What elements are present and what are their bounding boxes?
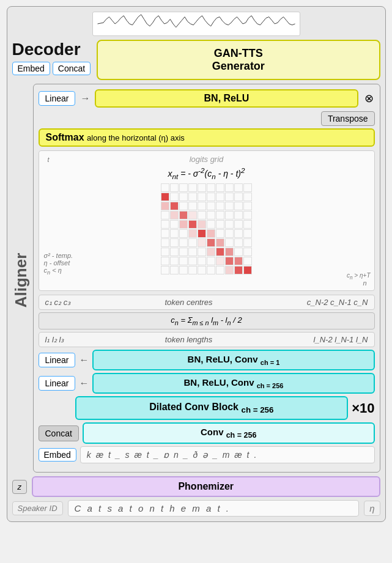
heatmap-cell [198,248,206,256]
heatmap-cell [188,220,197,229]
heatmap-cell [161,238,169,247]
concat-box-header: Concat [53,62,91,75]
bottom-section: z Phonemizer Speaker ID C a t s a t o n … [12,476,380,517]
z-phonemizer-row: z Phonemizer [12,476,380,497]
heatmap-cell [234,238,243,247]
heatmap-cell [216,211,224,219]
heatmap-cell [170,220,179,229]
heatmap-cell [207,257,215,265]
heatmap-cell [161,257,169,265]
heatmap-cell [243,202,252,210]
softmax-row: Softmax along the horizontal (η) axis [39,128,375,147]
heatmap-cell [188,202,197,210]
heatmap-cell [225,193,234,201]
waveform-container [12,12,380,36]
heatmap-cell [170,193,179,201]
heatmap-cell [216,193,224,201]
heatmap-cell [207,266,215,274]
arrow-right-top: → [80,93,90,104]
heatmap-cell [243,248,252,256]
heatmap-cell [179,193,188,201]
heatmap-cell [198,193,206,201]
heatmap-cell [234,211,243,219]
decoder-section: Decoder Embed Concat [12,40,91,75]
heatmap-cell [179,211,188,219]
heatmap-cell [170,211,179,219]
logits-formula: xnt = - σ-2(cn - η - t)2 [43,166,371,180]
heatmap-cell [216,229,224,238]
heatmap-cell [170,183,179,192]
softmax-label: Softmax [46,132,84,142]
heatmap-cell [225,183,234,192]
heatmap-cell [207,202,215,210]
heatmap-cell [161,266,169,274]
token-centres-right: c_N-2 c_N-1 c_N [307,298,368,307]
heatmap-cell [234,202,243,210]
heatmap-cell [161,211,169,219]
concat-conv-row: Concat Conv ch = 256 [39,422,375,444]
heatmap-cell [179,202,188,210]
token-centres-row: c₁ c₂ c₃ token centres c_N-2 c_N-1 c_N [39,295,375,310]
heatmap-cell [234,257,243,265]
heatmap-cell [216,183,224,192]
decoder-title: Decoder [12,40,91,59]
heatmap-cell [234,266,243,274]
bn-relu-conv-2: BN, ReLU, Conv ch = 256 [92,373,374,394]
heatmap-cell [225,266,234,274]
linear-bn-row-top: Linear → BN, ReLU ⊗ [39,89,375,108]
heatmap-cell [179,229,188,238]
heatmap-cell [207,248,215,256]
heatmap-cell [170,248,179,256]
token-lengths-row: l₁ l₂ l₃ token lengths l_N-2 l_N-1 l_N [39,332,375,347]
embed-concat-row: Embed Concat [12,62,91,75]
logits-grid-box: logits grid xnt = - σ-2(cn - η - t)2 t σ… [39,150,375,291]
axis-t-label: t [48,156,50,163]
waveform [92,12,300,36]
linear-conv-row-2: Linear ← BN, ReLU, Conv ch = 256 [39,373,375,394]
token-lengths-left: l₁ l₂ l₃ [45,335,64,344]
embed-box-bottom: Embed [39,448,76,462]
heatmap-cell [225,220,234,229]
heatmap-cell [170,202,179,210]
heatmap-cell [234,193,243,201]
heatmap-cell [198,238,206,247]
linear-conv-row-1: Linear ← BN, ReLU, Conv ch = 1 [39,350,375,370]
heatmap-cell [234,248,243,256]
token-centres-left: c₁ c₂ c₃ [45,298,71,307]
heatmap-cell [216,238,224,247]
heatmap-cell [234,183,243,192]
heatmap-cell [207,220,215,229]
aligner-label-container: Aligner [12,84,31,476]
heatmap-cell [243,229,252,238]
heatmap-cell [216,248,224,256]
aligner-label: Aligner [12,252,31,307]
token-lengths-label: token lengths [165,335,212,344]
phonemizer-box: Phonemizer [32,476,380,497]
speaker-text-row: Speaker ID C a t s a t o n t h e m a t .… [12,500,380,517]
heatmap-cell [243,257,252,265]
heatmap-cell [243,193,252,201]
heatmap-cell [179,248,188,256]
heatmap-cell [243,211,252,219]
heatmap-cell [161,202,169,210]
heatmap-cell [161,229,169,238]
concat-box-gray: Concat [39,425,79,441]
eta-box: η [364,501,380,516]
linear-box-1: Linear [39,353,76,367]
heatmap-cell [207,211,215,219]
logits-notes: σ² - temp. η - offset cn < η [44,252,73,276]
heatmap-cell [234,220,243,229]
heatmap-cell [188,266,197,274]
heatmap-cell [161,193,169,201]
heatmap-cell [225,248,234,256]
heatmap-cell [207,229,215,238]
heatmap-cell [161,248,169,256]
aligner-outer: Linear → BN, ReLU ⊗ Transpose Softmax al… [33,84,380,473]
logits-title: logits grid [43,155,371,164]
heatmap-cell [198,211,206,219]
dilated-row: Dilated Conv Block ch = 256 ×10 [39,396,375,420]
logits-container: logits grid xnt = - σ-2(cn - η - t)2 t σ… [39,150,375,291]
heatmap-cell [243,183,252,192]
softmax-note: along the horizontal (η) axis [87,133,185,142]
heatmap-cell [161,220,169,229]
